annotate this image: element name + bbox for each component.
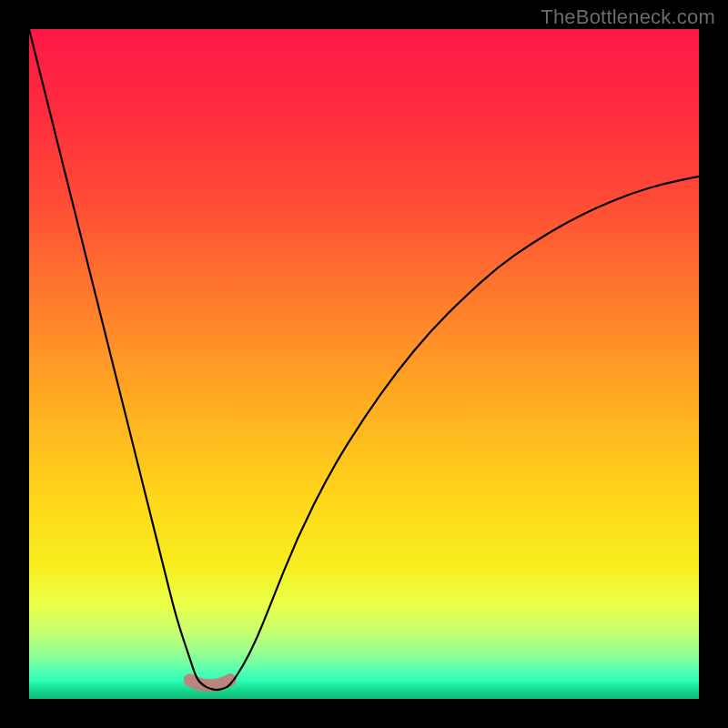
watermark-text: TheBottleneck.com — [541, 5, 715, 29]
bottleneck-curve — [29, 29, 699, 690]
plot-area — [29, 29, 699, 699]
outer-frame: TheBottleneck.com — [0, 0, 728, 728]
optimal-zone-band — [190, 680, 230, 685]
curve-layer — [29, 29, 699, 699]
